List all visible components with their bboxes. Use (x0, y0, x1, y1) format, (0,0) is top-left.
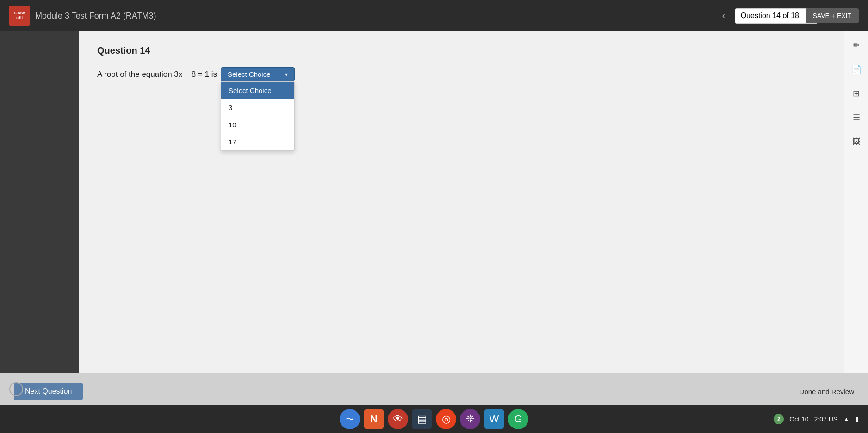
action-bar: Next Question Done and Review (0, 373, 868, 410)
chevron-down-icon: ▾ (285, 71, 288, 78)
dropdown-option-17[interactable]: 17 (221, 133, 294, 150)
logo: Graw Hill (9, 6, 30, 26)
taskbar-app-4[interactable]: ▤ (412, 409, 432, 429)
taskbar-app-1[interactable]: 〜 (340, 409, 360, 429)
dropdown-current-value: Select Choice (228, 70, 271, 78)
main-area: Question 14 A root of the equation 3x − … (0, 31, 868, 373)
question-number: Question 14 (97, 45, 825, 56)
done-review-button[interactable]: Done and Review (800, 388, 854, 396)
taskbar-app-2[interactable]: N (364, 409, 384, 429)
battery-icon: ▮ (855, 415, 859, 423)
image-icon[interactable]: 🖼 (848, 133, 865, 150)
top-bar: Graw Hill Module 3 Test Form A2 (RATM3) … (0, 0, 868, 31)
taskbar-time: 2:07 US (814, 415, 838, 423)
notification-badge: 2 (774, 414, 784, 424)
right-toolbar: ✏ 📄 ⊞ ☰ 🖼 (844, 31, 868, 373)
taskbar-right: 2 Oct 10 2:07 US ▲ ▮ (774, 414, 859, 424)
answer-dropdown-container: Select Choice ▾ Select Choice 3 10 17 (221, 67, 295, 81)
wifi-icon: ▲ (843, 415, 849, 423)
lines-icon[interactable]: ☰ (848, 109, 865, 126)
taskbar-app-5[interactable]: ◎ (436, 409, 456, 429)
dropdown-option-10[interactable]: 10 (221, 116, 294, 133)
next-question-button[interactable]: Next Question (14, 383, 83, 400)
dropdown-option-3[interactable]: 3 (221, 99, 294, 116)
document-icon[interactable]: 📄 (848, 61, 865, 78)
taskbar-app-7[interactable]: W (484, 409, 504, 429)
answer-dropdown-menu: Select Choice 3 10 17 (221, 81, 295, 151)
prev-question-button[interactable]: ‹ (718, 8, 729, 24)
question-content: Question 14 A root of the equation 3x − … (79, 31, 844, 373)
taskbar-date: Oct 10 (789, 415, 808, 423)
dropdown-option-select-choice[interactable]: Select Choice (221, 82, 294, 99)
taskbar: 〜 N 👁 ▤ ◎ ❊ W G 2 Oct 10 2:07 US ▲ ▮ (0, 405, 868, 433)
answer-dropdown-trigger[interactable]: Select Choice ▾ (221, 67, 295, 81)
taskbar-app-6[interactable]: ❊ (460, 409, 480, 429)
save-exit-button[interactable]: SAVE + EXIT (806, 8, 859, 23)
taskbar-app-8[interactable]: G (508, 409, 528, 429)
question-text-area: A root of the equation 3x − 8 = 1 is Sel… (97, 67, 825, 81)
left-sidebar (0, 31, 79, 373)
pencil-icon[interactable]: ✏ (848, 37, 865, 54)
taskbar-app-3[interactable]: 👁 (388, 409, 408, 429)
module-title: Module 3 Test Form A2 (RATM3) (35, 11, 713, 21)
question-text-prefix: A root of the equation 3x − 8 = 1 is (97, 70, 217, 79)
table-icon[interactable]: ⊞ (848, 85, 865, 102)
camera-circle-indicator (9, 382, 23, 396)
